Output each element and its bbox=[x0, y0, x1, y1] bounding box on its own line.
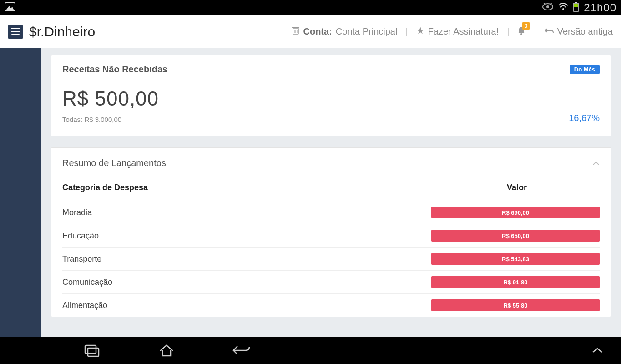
income-percentage: 16,67% bbox=[569, 113, 600, 123]
star-icon bbox=[416, 26, 424, 37]
category-label: Educação bbox=[62, 231, 331, 241]
table-row[interactable]: MoradiaR$ 690,00 bbox=[62, 201, 600, 224]
all-value: R$ 3.000,00 bbox=[84, 116, 121, 123]
sidebar[interactable] bbox=[0, 48, 41, 337]
svg-rect-18 bbox=[85, 345, 96, 354]
svg-marker-16 bbox=[417, 27, 424, 34]
category-label: Transporte bbox=[62, 254, 331, 264]
svg-rect-12 bbox=[292, 27, 299, 28]
svg-rect-19 bbox=[88, 348, 99, 356]
chevron-up-icon bbox=[592, 158, 600, 168]
value-bar: R$ 91,80 bbox=[431, 276, 600, 288]
svg-rect-9 bbox=[575, 2, 577, 3]
category-label: Alimentação bbox=[62, 301, 331, 310]
divider: | bbox=[507, 26, 509, 37]
undo-icon bbox=[545, 26, 554, 37]
svg-point-17 bbox=[520, 33, 522, 35]
income-amount: R$ 500,00 bbox=[62, 87, 600, 110]
old-version-link[interactable]: Versão antiga bbox=[545, 26, 613, 37]
col-category: Categoria de Despesa bbox=[62, 183, 148, 192]
recent-apps-button[interactable] bbox=[82, 340, 102, 360]
account-value: Conta Principal bbox=[336, 26, 398, 37]
account-label: Conta: bbox=[303, 26, 332, 37]
card-title: Receitas Não Recebidas bbox=[62, 64, 167, 75]
svg-line-4 bbox=[543, 3, 545, 4]
all-label: Todas: bbox=[62, 116, 82, 123]
android-nav-bar bbox=[0, 337, 621, 364]
svg-marker-1 bbox=[6, 6, 14, 10]
wifi-icon bbox=[558, 3, 568, 13]
table-row[interactable]: EducaçãoR$ 650,00 bbox=[62, 224, 600, 247]
status-clock: 21h00 bbox=[584, 1, 616, 14]
svg-rect-0 bbox=[5, 3, 15, 11]
battery-icon bbox=[573, 2, 579, 14]
svg-point-7 bbox=[562, 8, 564, 10]
home-button[interactable] bbox=[157, 340, 177, 360]
divider: | bbox=[534, 26, 536, 37]
value-bar: R$ 55,80 bbox=[431, 299, 600, 311]
back-button[interactable] bbox=[231, 340, 251, 360]
notification-badge: 0 bbox=[522, 22, 530, 30]
period-chip[interactable]: Do Mês bbox=[570, 65, 600, 74]
brand-logo: $r.Dinheiro bbox=[29, 24, 95, 40]
notifications-button[interactable]: 0 bbox=[517, 26, 525, 37]
svg-rect-10 bbox=[574, 4, 578, 7]
col-value: Valor bbox=[507, 183, 527, 192]
svg-line-6 bbox=[551, 3, 552, 4]
table-row[interactable]: TransporteR$ 543,83 bbox=[62, 247, 600, 270]
main-content: Receitas Não Recebidas Do Mês R$ 500,00 … bbox=[41, 48, 621, 337]
menu-button[interactable] bbox=[8, 25, 23, 39]
eye-icon bbox=[542, 3, 554, 13]
value-bar: R$ 650,00 bbox=[431, 230, 600, 242]
value-bar: R$ 690,00 bbox=[431, 207, 600, 218]
nav-overflow-button[interactable] bbox=[587, 340, 607, 360]
picture-icon bbox=[5, 2, 15, 14]
account-selector[interactable]: Conta: Conta Principal bbox=[292, 26, 397, 37]
table-row[interactable]: ComunicaçãoR$ 91,80 bbox=[62, 270, 600, 293]
table-row[interactable]: AlimentaçãoR$ 55,80 bbox=[62, 293, 600, 317]
value-bar: R$ 543,83 bbox=[431, 253, 600, 265]
category-label: Moradia bbox=[62, 208, 331, 217]
android-status-bar: 21h00 bbox=[0, 0, 621, 15]
category-label: Comunicação bbox=[62, 278, 331, 287]
app-header: $r.Dinheiro Conta: Conta Principal | Faz… bbox=[0, 15, 621, 48]
subscribe-link[interactable]: Fazer Assinatura! bbox=[416, 26, 499, 37]
svg-point-3 bbox=[546, 5, 549, 8]
trash-icon bbox=[292, 26, 299, 37]
divider: | bbox=[405, 26, 408, 37]
transactions-summary-panel: Resumo de Lançamentos Categoria de Despe… bbox=[51, 147, 611, 317]
panel-header[interactable]: Resumo de Lançamentos bbox=[51, 148, 611, 178]
income-not-received-card: Receitas Não Recebidas Do Mês R$ 500,00 … bbox=[51, 55, 611, 136]
